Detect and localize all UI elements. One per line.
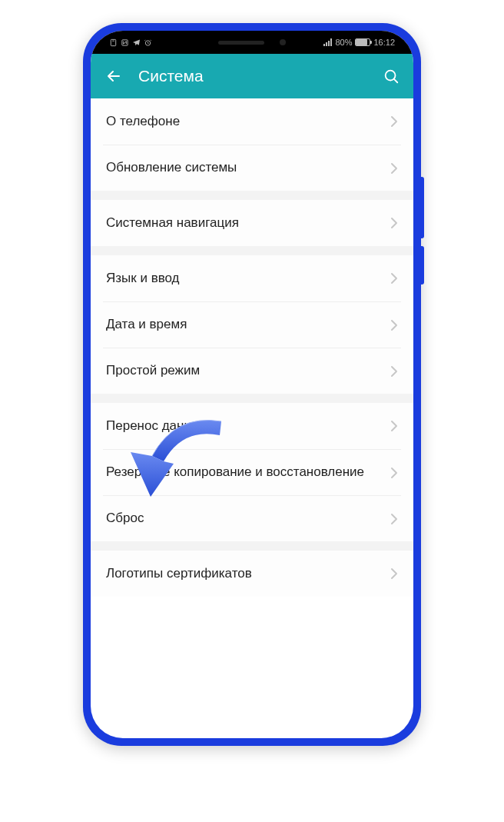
row-label: Перенос данных <box>106 418 390 434</box>
app-header: Система <box>91 54 413 98</box>
list-group: Перенос данных Резервное копирование и в… <box>103 403 401 541</box>
row-label: Сброс <box>106 510 390 527</box>
battery-icon <box>355 38 370 46</box>
row-label: Дата и время <box>106 316 390 333</box>
phone-side-button <box>421 177 424 238</box>
chevron-right-icon <box>390 567 398 580</box>
telegram-icon <box>132 38 141 47</box>
sim-icon <box>109 38 118 47</box>
clock: 16:12 <box>373 38 395 47</box>
row-label: Простой режим <box>106 362 390 379</box>
back-button[interactable] <box>104 67 123 85</box>
chevron-right-icon <box>390 162 398 175</box>
phone-frame: 80% 16:12 Система О телефоне <box>83 23 421 746</box>
row-label: О телефоне <box>106 113 390 130</box>
alarm-icon <box>144 38 152 47</box>
row-label: Резервное копирование и восстановление <box>106 464 390 481</box>
settings-list: О телефоне Обновление системы Системная … <box>91 98 413 597</box>
list-group: Логотипы сертификатов <box>103 551 401 597</box>
row-label: Логотипы сертификатов <box>106 565 390 582</box>
list-group: Язык и ввод Дата и время Простой режим <box>103 255 401 394</box>
chevron-right-icon <box>390 513 398 525</box>
search-button[interactable] <box>383 68 400 85</box>
list-group: Системная навигация <box>103 200 401 246</box>
chevron-right-icon <box>390 467 398 479</box>
chevron-right-icon <box>390 365 398 378</box>
chevron-right-icon <box>390 217 398 229</box>
row-system-navigation[interactable]: Системная навигация <box>103 200 401 246</box>
row-reset[interactable]: Сброс <box>103 495 401 541</box>
list-group: О телефоне Обновление системы <box>103 98 401 191</box>
chevron-right-icon <box>390 272 398 285</box>
chevron-right-icon <box>390 319 398 331</box>
row-data-transfer[interactable]: Перенос данных <box>103 403 401 449</box>
phone-side-button <box>421 246 424 285</box>
row-label: Язык и ввод <box>106 270 390 287</box>
row-language-input[interactable]: Язык и ввод <box>103 255 401 301</box>
row-date-time[interactable]: Дата и время <box>103 301 401 348</box>
chevron-right-icon <box>390 115 398 128</box>
screen: 80% 16:12 Система О телефоне <box>91 31 413 738</box>
chevron-right-icon <box>390 420 398 432</box>
row-label: Системная навигация <box>106 215 390 231</box>
nfc-icon <box>121 38 129 47</box>
row-backup-restore[interactable]: Резервное копирование и восстановление <box>103 449 401 495</box>
row-label: Обновление системы <box>106 159 390 176</box>
battery-percent: 80% <box>335 38 352 47</box>
page-title: Система <box>138 67 383 85</box>
row-cert-logos[interactable]: Логотипы сертификатов <box>103 551 401 597</box>
row-system-update[interactable]: Обновление системы <box>103 145 401 191</box>
row-about-phone[interactable]: О телефоне <box>103 98 401 145</box>
row-simple-mode[interactable]: Простой режим <box>103 348 401 394</box>
status-bar: 80% 16:12 <box>91 31 413 54</box>
signal-icon <box>323 38 332 46</box>
svg-rect-0 <box>111 39 115 45</box>
